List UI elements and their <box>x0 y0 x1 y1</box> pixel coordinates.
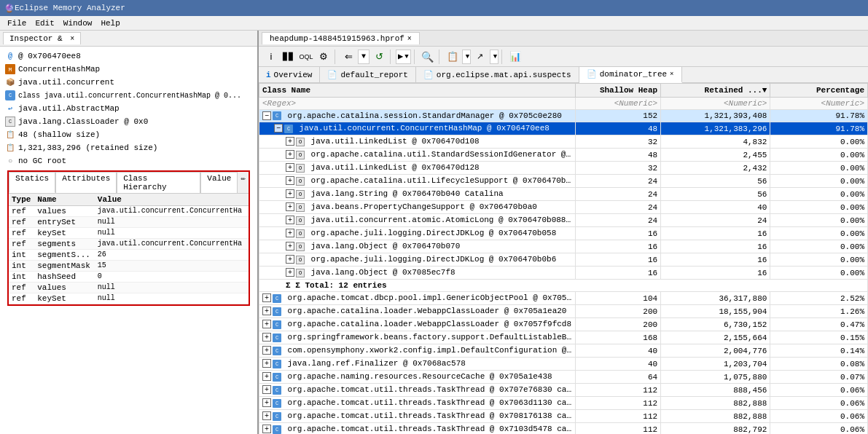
toolbar-histogram-btn[interactable]: ▊▊ <box>281 49 297 65</box>
table-row[interactable]: +C org.apache.catalina.loader.WebappClas… <box>259 318 868 331</box>
expand-btn[interactable]: + <box>286 242 294 250</box>
expand-btn[interactable]: + <box>286 176 294 185</box>
toolbar-dropdown4[interactable]: ▼ <box>490 50 498 64</box>
prop-table-row[interactable]: refsegmentsjava.util.concurrent.Concurre… <box>9 239 249 250</box>
expand-btn[interactable]: + <box>262 307 271 315</box>
expand-btn[interactable]: + <box>286 229 294 237</box>
inspector-address[interactable]: @ @ 0x706470ee8 <box>4 50 253 63</box>
prop-table-row[interactable]: refvaluesjava.util.concurrent.Concurrent… <box>9 206 249 217</box>
col-class-name[interactable]: Class Name <box>259 84 576 98</box>
expand-btn[interactable]: + <box>286 163 294 172</box>
table-row[interactable]: +C org.apache.tomcat.util.threads.TaskTh… <box>259 384 868 397</box>
expand-btn[interactable]: + <box>286 202 294 211</box>
prop-table-row[interactable]: refkeySetnull <box>9 293 249 304</box>
menu-help[interactable]: Help <box>96 18 124 28</box>
expand-btn[interactable]: + <box>262 359 271 368</box>
table-row[interactable]: +C org.springframework.beans.factory.sup… <box>259 331 868 344</box>
tab-overview[interactable]: i Overview <box>259 67 320 83</box>
regex-pct[interactable]: <Numeric> <box>770 98 868 110</box>
file-tab-hprof[interactable]: heapdump-1488451915963.hprof × <box>262 32 420 44</box>
expand-btn[interactable]: + <box>262 333 271 342</box>
table-row[interactable]: +O java.lang.Object @ 0x7085ec7f816160.0… <box>259 267 868 280</box>
toolbar-oql-btn[interactable]: OQL <box>298 49 314 65</box>
table-row[interactable]: +C org.apache.tomcat.util.threads.TaskTh… <box>259 397 868 410</box>
table-row[interactable]: +C org.apache.tomcat.util.threads.TaskTh… <box>259 423 868 434</box>
table-row[interactable]: +O java.util.concurrent.atomic.AtomicLon… <box>259 214 868 227</box>
expand-btn[interactable]: − <box>262 111 271 120</box>
toolbar-copy-btn[interactable]: 📋 <box>445 49 461 65</box>
menu-edit[interactable]: Edit <box>31 18 58 28</box>
menu-window[interactable]: Window <box>59 18 97 28</box>
prop-table-row[interactable]: refvaluesnull <box>9 283 249 293</box>
table-row[interactable]: +C org.apache.tomcat.util.threads.TaskTh… <box>259 410 868 423</box>
inspector-classname[interactable]: M ConcurrentHashMap <box>4 63 253 76</box>
expand-btn[interactable]: + <box>286 255 294 264</box>
inspector-abstractmap[interactable]: ↩ java.util.AbstractMap <box>4 102 253 115</box>
table-row[interactable]: +C org.apache.tomcat.dbcp.pool.impl.Gene… <box>259 292 868 305</box>
toolbar-search-btn[interactable]: 🔍 <box>420 49 436 65</box>
prop-table-row[interactable]: refkeySetnull <box>9 228 249 239</box>
table-row[interactable]: +C org.apache.naming.resources.ResourceC… <box>259 371 868 384</box>
menu-file[interactable]: File <box>3 18 31 28</box>
table-row[interactable]: +O org.apache.catalina.util.LifecycleSup… <box>259 175 868 188</box>
edit-icon[interactable]: ✏️ <box>238 172 249 193</box>
expand-btn[interactable]: + <box>262 293 271 302</box>
expand-btn[interactable]: + <box>286 150 294 159</box>
table-row[interactable]: +O java.util.LinkedList @ 0x706470d10832… <box>259 135 868 149</box>
inspector-shallowsize[interactable]: 📋 48 (shallow size) <box>4 128 253 141</box>
table-row[interactable]: +O org.apache.catalina.util.StandardSess… <box>259 149 868 162</box>
inspector-tab[interactable]: Inspector & × <box>3 32 81 44</box>
table-row[interactable]: +C org.apache.catalina.loader.WebappClas… <box>259 305 868 318</box>
regex-retained[interactable]: <Numeric> <box>661 98 770 110</box>
toolbar-export-btn[interactable]: ↗ <box>472 49 488 65</box>
inspector-fullclass[interactable]: C class java.util.concurrent.ConcurrentH… <box>4 89 253 102</box>
inspector-retainedsize[interactable]: 📋 1,321,383,296 (retained size) <box>4 141 253 154</box>
expand-btn[interactable]: + <box>286 189 294 198</box>
inspector-package[interactable]: 📦 java.util.concurrent <box>4 76 253 89</box>
expand-btn[interactable]: + <box>286 268 294 277</box>
expand-btn[interactable]: + <box>262 398 271 407</box>
table-row[interactable]: +O org.apache.juli.logging.DirectJDKLog … <box>259 227 868 240</box>
col-retained-heap[interactable]: Retained ...▼ <box>661 84 770 98</box>
tab-default-report[interactable]: 📄 default_report <box>320 67 415 83</box>
tab-class-hierarchy[interactable]: Class Hierarchy <box>117 172 200 193</box>
domtree-tab-close[interactable]: × <box>670 71 673 78</box>
col-shallow-heap[interactable]: Shallow Heap <box>576 84 661 98</box>
table-row[interactable]: +O java.beans.PropertyChangeSupport @ 0x… <box>259 201 868 214</box>
expand-btn[interactable]: + <box>262 320 271 328</box>
table-row[interactable]: +C java.lang.ref.Finalizer @ 0x7068ac578… <box>259 358 868 371</box>
tab-statics[interactable]: Statics <box>9 172 55 193</box>
table-row[interactable]: −C org.apache.catalina.session.StandardM… <box>259 110 868 122</box>
file-tab-close[interactable]: × <box>407 35 412 43</box>
expand-btn[interactable]: + <box>262 425 271 433</box>
expand-btn[interactable]: + <box>286 137 294 146</box>
inspector-gcroot[interactable]: ○ no GC root <box>4 154 253 167</box>
prop-table-row[interactable]: refentrySetnull <box>9 217 249 228</box>
expand-btn[interactable]: − <box>274 124 283 133</box>
table-row[interactable]: +O org.apache.juli.logging.DirectJDKLog … <box>259 253 868 267</box>
expand-btn[interactable]: + <box>262 372 271 381</box>
expand-btn[interactable]: + <box>286 216 294 224</box>
regex-classname[interactable]: <Regex> <box>259 98 576 110</box>
prop-table-row[interactable]: intsegmentS...26 <box>9 250 249 261</box>
tab-dominator-tree[interactable]: 📄 dominator_tree × <box>579 67 682 83</box>
expand-btn[interactable]: + <box>262 411 271 420</box>
table-row[interactable]: +O java.lang.Object @ 0x706470b07016160.… <box>259 240 868 253</box>
tab-suspects[interactable]: 📄 org.eclipse.mat.api.suspects <box>416 67 579 83</box>
inspector-classloader[interactable]: C java.lang.ClassLoader @ 0x0 <box>4 115 253 128</box>
regex-shallow[interactable]: <Numeric> <box>576 98 661 110</box>
toolbar-refresh-btn[interactable]: ↺ <box>371 49 387 65</box>
inspector-tab-close[interactable]: × <box>70 35 74 43</box>
toolbar-chart-btn[interactable]: 📊 <box>507 49 523 65</box>
col-percentage[interactable]: Percentage <box>770 84 868 98</box>
toolbar-dropdown2[interactable]: ▶▼ <box>396 50 411 64</box>
toolbar-dropdown3[interactable]: ▼ <box>462 50 471 64</box>
table-row[interactable]: −C java.util.concurrent.ConcurrentHashMa… <box>259 122 868 135</box>
toolbar-settings-btn[interactable]: ⚙ <box>316 49 332 65</box>
prop-table-row[interactable]: intsegmentMask15 <box>9 261 249 272</box>
expand-btn[interactable]: + <box>262 346 271 355</box>
toolbar-dropdown1[interactable]: ▼ <box>358 50 370 64</box>
tab-attributes[interactable]: Attributes <box>55 172 117 193</box>
table-row[interactable]: +C com.opensymphony.xwork2.config.impl.D… <box>259 344 868 358</box>
prop-table-row[interactable]: inthashSeed0 <box>9 272 249 283</box>
